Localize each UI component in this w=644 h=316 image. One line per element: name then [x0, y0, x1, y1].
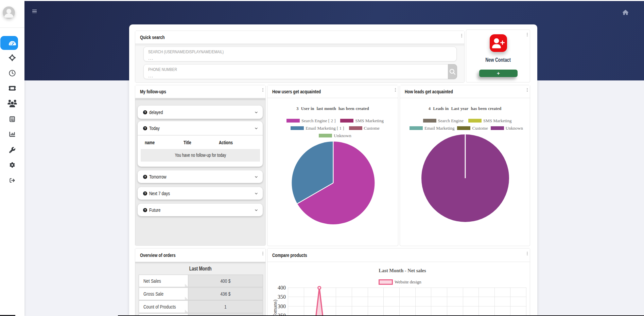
svg-text:(Tomans): (Tomans): [272, 300, 278, 316]
svg-text:400: 400: [278, 285, 286, 291]
svg-text:300: 300: [278, 303, 286, 309]
svg-text:350: 350: [278, 294, 286, 300]
